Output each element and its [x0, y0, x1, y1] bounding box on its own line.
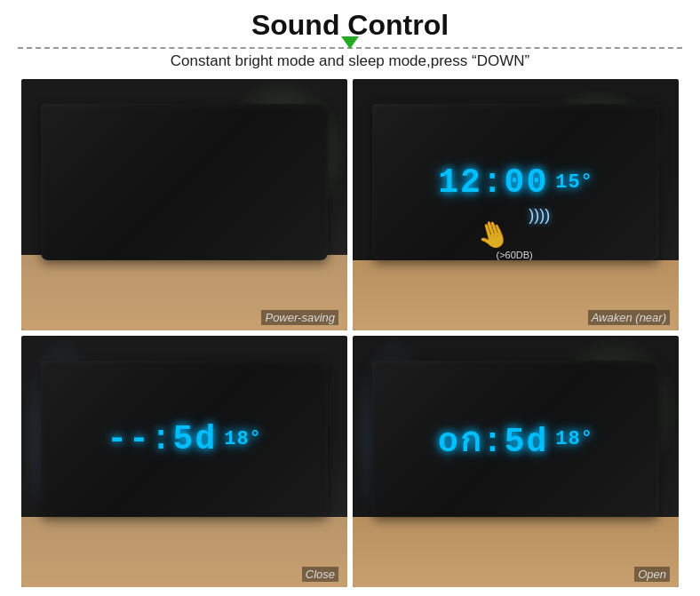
time-main-2: 12:00 — [438, 163, 548, 202]
clock-body-2: 12:00 15° — [372, 104, 659, 259]
clock-display-4: oก:5d 18° — [438, 412, 593, 466]
time-temp-4: 18° — [555, 428, 593, 450]
clock-display-3: --:5d 18° — [107, 420, 262, 458]
table-surface-4 — [353, 517, 679, 587]
table-surface-3 — [21, 517, 347, 587]
cell-power-saving: Power-saving — [21, 79, 347, 330]
signal-waves-icon: )))) — [529, 206, 550, 225]
time-temp-2: 15° — [555, 171, 593, 194]
divider-line — [18, 47, 682, 49]
db-label: (>60DB) — [496, 250, 532, 260]
clock-display-2: 12:00 15° — [438, 163, 593, 202]
clock-body-3: --:5d 18° — [41, 361, 328, 516]
subtitle-text: Constant bright mode and sleep mode,pres… — [171, 52, 529, 70]
clock-body-1 — [41, 104, 328, 259]
cell-close: --:5d 18° Close — [21, 336, 347, 587]
page-container: Sound Control Constant bright mode and s… — [0, 0, 700, 596]
time-main-4: oก:5d — [438, 412, 548, 466]
cell-open: oก:5d 18° Open — [353, 336, 679, 587]
arrow-down-icon — [341, 36, 359, 49]
cell-label-1: Power-saving — [261, 310, 338, 325]
time-temp-3: 18° — [224, 428, 262, 450]
time-main-3: --:5d — [107, 420, 217, 458]
cell-label-3: Close — [302, 567, 338, 582]
cell-label-4: Open — [634, 567, 670, 582]
cell-label-2: Awaken (near) — [588, 310, 670, 325]
clock-body-4: oก:5d 18° — [372, 361, 659, 516]
cell-awaken-near: 12:00 15° 🤚 )))) (>60DB) Awaken (near) — [353, 79, 679, 330]
image-grid: Power-saving 12:00 15° 🤚 )))) (>60DB) Aw… — [21, 79, 679, 587]
